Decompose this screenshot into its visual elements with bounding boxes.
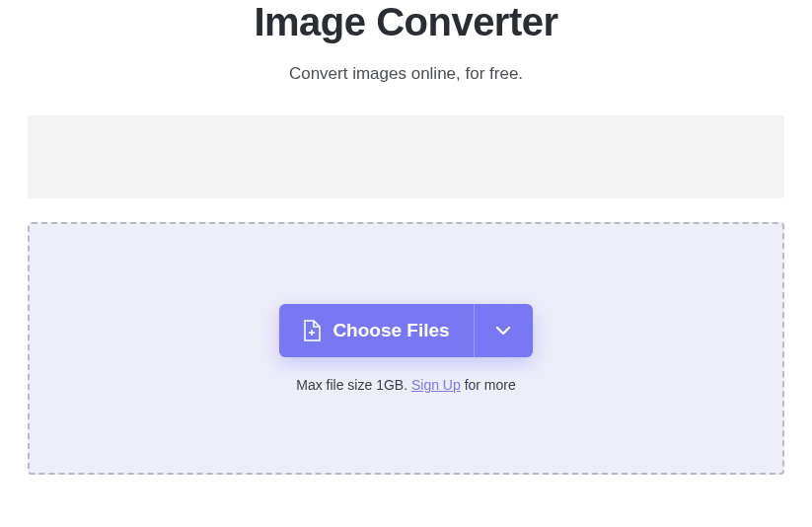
choose-files-label: Choose Files bbox=[332, 320, 449, 341]
upload-source-dropdown[interactable] bbox=[474, 304, 533, 357]
chevron-down-icon bbox=[495, 326, 511, 336]
file-dropzone[interactable]: Choose Files Max file size 1GB. Sign Up … bbox=[28, 222, 784, 475]
ad-placeholder bbox=[28, 115, 784, 198]
file-add-icon bbox=[303, 320, 321, 341]
choose-files-button[interactable]: Choose Files bbox=[279, 304, 473, 357]
hint-prefix: Max file size 1GB. bbox=[296, 377, 411, 393]
page-title: Image Converter bbox=[28, 0, 784, 44]
hint-suffix: for more bbox=[461, 377, 516, 393]
file-size-hint: Max file size 1GB. Sign Up for more bbox=[296, 377, 516, 393]
upload-button-group: Choose Files bbox=[279, 304, 532, 357]
signup-link[interactable]: Sign Up bbox=[411, 377, 461, 393]
page-subtitle: Convert images online, for free. bbox=[28, 64, 784, 84]
